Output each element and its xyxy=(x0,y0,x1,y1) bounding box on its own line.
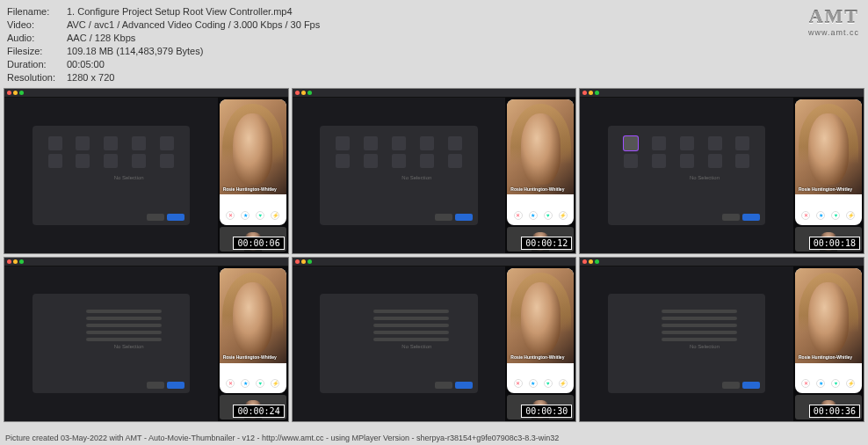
thumb-content: No SelectionRosie Huntington-Whitley xyxy=(4,98,288,253)
form-field xyxy=(86,331,162,334)
thumbnail-grid: No SelectionRosie Huntington-Whitley00:0… xyxy=(0,88,868,422)
template-icon-grid xyxy=(327,133,471,171)
xcode-area: No Selection xyxy=(4,266,218,422)
new-project-dialog xyxy=(33,294,191,393)
template-icon-grid xyxy=(615,133,759,171)
timestamp-badge: 00:00:12 xyxy=(521,237,572,250)
form-field xyxy=(86,338,162,341)
previous-button xyxy=(722,214,740,221)
profile-name: Rosie Huntington-Whitley xyxy=(510,355,564,361)
traffic-lights xyxy=(7,259,24,264)
xcode-area: No Selection xyxy=(4,98,218,253)
meta-filename-value: 1. Configure Project Setup Root View Con… xyxy=(67,5,861,18)
new-project-dialog xyxy=(608,126,766,225)
timestamp-badge: 00:00:18 xyxy=(809,237,860,250)
thumbnail-3: No SelectionRosie Huntington-Whitley00:0… xyxy=(579,88,864,254)
timestamp-badge: 00:00:06 xyxy=(233,237,284,250)
profile-name: Rosie Huntington-Whitley xyxy=(799,187,852,193)
xcode-area: No Selection xyxy=(580,98,793,253)
template-option-icon xyxy=(160,136,174,150)
thumbnail-1: No SelectionRosie Huntington-Whitley00:0… xyxy=(4,88,289,254)
form-field xyxy=(373,317,449,320)
template-option-icon xyxy=(76,154,90,168)
form-field xyxy=(662,324,737,327)
dislike-icon xyxy=(514,211,523,220)
swipe-actions xyxy=(795,379,862,388)
thumb-content: No SelectionRosie Huntington-Whitley xyxy=(580,266,864,422)
template-option-icon xyxy=(48,136,62,150)
template-option-icon xyxy=(104,136,118,150)
form-field xyxy=(662,338,737,341)
xcode-area: No Selection xyxy=(580,266,793,422)
preview-column: Rosie Huntington-Whitley xyxy=(793,98,864,253)
no-selection-text: No Selection xyxy=(114,344,144,349)
preview-column: Rosie Huntington-Whitley xyxy=(218,98,288,253)
window-titlebar xyxy=(580,258,864,266)
xcode-area: No Selection xyxy=(293,266,506,422)
meta-filename-label: Filename: xyxy=(7,5,67,18)
template-option-icon xyxy=(624,154,638,168)
dialog-footer xyxy=(147,382,184,389)
previous-button xyxy=(147,214,164,221)
like-icon xyxy=(544,379,553,388)
minimize-icon xyxy=(589,91,593,95)
maximize-icon xyxy=(307,259,312,264)
preview-column: Rosie Huntington-Whitley xyxy=(793,266,864,422)
template-option-icon xyxy=(420,136,434,150)
next-button xyxy=(455,214,473,221)
maximize-icon xyxy=(19,91,24,95)
phone-photo xyxy=(220,99,286,194)
meta-duration-value: 00:05:00 xyxy=(67,58,861,71)
traffic-lights xyxy=(295,91,312,95)
window-titlebar xyxy=(4,258,288,266)
boost-icon xyxy=(559,379,568,388)
previous-button xyxy=(147,382,164,389)
template-option-icon xyxy=(624,136,638,150)
boost-icon xyxy=(846,379,855,388)
logo-url: www.amt.cc xyxy=(808,28,859,37)
photo-face xyxy=(808,113,849,185)
close-icon xyxy=(295,91,300,95)
dislike-icon xyxy=(801,379,810,388)
template-option-icon xyxy=(680,136,694,150)
window-titlebar xyxy=(580,89,864,98)
project-form xyxy=(327,301,471,350)
template-option-icon xyxy=(364,154,378,168)
meta-filesize-label: Filesize: xyxy=(7,45,67,58)
minimize-icon xyxy=(301,91,306,95)
meta-video-value: AVC / avc1 / Advanced Video Coding / 3.0… xyxy=(67,18,861,32)
like-icon xyxy=(831,211,840,220)
dislike-icon xyxy=(226,211,235,220)
phone-mockup: Rosie Huntington-Whitley xyxy=(507,268,574,394)
profile-name: Rosie Huntington-Whitley xyxy=(223,187,277,193)
like-icon xyxy=(831,379,840,388)
template-option-icon xyxy=(132,136,146,150)
template-option-icon xyxy=(708,136,722,150)
superlike-icon xyxy=(241,379,250,388)
phone-mockup: Rosie Huntington-Whitley xyxy=(507,99,574,225)
next-button xyxy=(742,214,760,221)
swipe-actions xyxy=(507,379,574,388)
window-titlebar xyxy=(293,258,576,266)
no-selection-text: No Selection xyxy=(690,175,720,180)
template-icon-grid xyxy=(40,133,184,171)
form-field xyxy=(373,338,449,341)
form-field xyxy=(662,310,737,313)
thumb-content: No SelectionRosie Huntington-Whitley xyxy=(4,266,288,422)
form-field xyxy=(86,324,162,327)
thumbnail-4: No SelectionRosie Huntington-Whitley00:0… xyxy=(4,257,289,423)
traffic-lights xyxy=(582,91,599,95)
maximize-icon xyxy=(595,259,599,264)
template-option-icon xyxy=(680,154,694,168)
profile-name: Rosie Huntington-Whitley xyxy=(223,355,277,361)
project-form xyxy=(615,301,759,350)
meta-audio-label: Audio: xyxy=(7,32,67,45)
template-option-icon xyxy=(652,136,666,150)
form-field xyxy=(373,310,449,313)
form-field xyxy=(86,317,162,320)
preview-column: Rosie Huntington-Whitley xyxy=(505,98,575,253)
no-selection-text: No Selection xyxy=(401,175,431,180)
next-button xyxy=(167,382,184,389)
new-project-dialog xyxy=(320,126,478,225)
swipe-actions xyxy=(507,211,574,220)
